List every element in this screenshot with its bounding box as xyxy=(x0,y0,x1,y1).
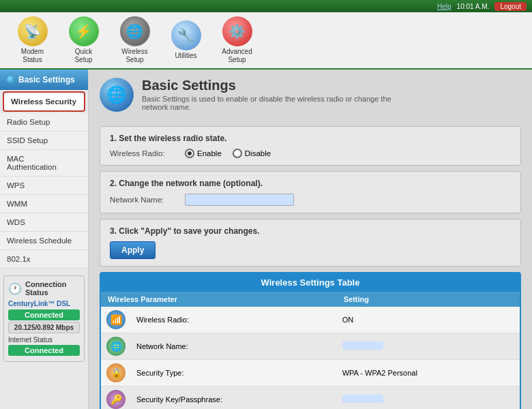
row3-setting: WPA - WPA2 Personal xyxy=(337,360,520,387)
nav-wireless-label: WirelessSetup xyxy=(121,48,147,64)
wireless-setup-icon: 🌐 xyxy=(120,16,150,46)
network-name-label: Network Name: xyxy=(110,196,178,204)
row1-setting: ON xyxy=(337,307,520,333)
section-radio-state: 1. Set the wireless radio state. Wireles… xyxy=(100,126,521,166)
advanced-setup-icon: ⚙️ xyxy=(222,16,252,46)
section1-title: 1. Set the wireless radio state. xyxy=(110,134,511,143)
row1-icon-cell: 📶 xyxy=(101,307,131,333)
row2-param: Network Name: xyxy=(131,333,337,360)
quick-setup-icon: ⚡ xyxy=(69,16,99,46)
apply-button[interactable]: Apply xyxy=(110,241,156,259)
sidebar-item-mac-auth[interactable]: MACAuthentication xyxy=(0,150,88,177)
nav-modem-label: ModemStatus xyxy=(21,48,44,64)
settings-table: Wireless Parameter Setting 📶 Wireless Ra… xyxy=(101,292,520,409)
nav-modem-status[interactable]: 📡 ModemStatus xyxy=(14,16,51,64)
section-network-name: 2. Change the network name (optional). N… xyxy=(100,171,521,213)
top-bar: Help 10:01 A.M. Logout xyxy=(0,0,532,12)
connected-badge: Connected xyxy=(8,309,80,320)
sidebar-item-wps[interactable]: WPS xyxy=(0,177,88,195)
enable-option[interactable]: Enable xyxy=(185,149,222,158)
network-icon: 🌐 xyxy=(106,337,125,356)
sidebar-item-radio-setup[interactable]: Radio Setup xyxy=(0,113,88,132)
security-icon: 🔒 xyxy=(106,363,125,382)
speedometer-icon: 🕐 xyxy=(8,282,22,295)
settings-table-title: Wireless Settings Table xyxy=(101,273,520,292)
internet-connected-badge: Connected xyxy=(8,345,80,356)
row3-param: Security Type: xyxy=(131,360,337,387)
content-area: 🌐 Basic Settings Basic Settings is used … xyxy=(89,70,532,409)
connection-brand: CenturyLink™ DSL xyxy=(8,300,80,307)
section2-title: 2. Change the network name (optional). xyxy=(110,179,511,188)
internet-status-label: Internet Status xyxy=(8,336,80,344)
enable-label: Enable xyxy=(197,149,222,157)
row2-icon-cell: 🌐 xyxy=(101,333,131,360)
sidebar-item-8021x[interactable]: 802.1x xyxy=(0,250,88,269)
wireless-settings-table-wrapper: Wireless Settings Table Wireless Paramet… xyxy=(100,272,521,409)
utilities-icon: 🔧 xyxy=(171,20,201,50)
nav-bar: 📡 ModemStatus ⚡ QuickSetup 🌐 WirelessSet… xyxy=(0,12,532,70)
col-param-header: Wireless Parameter xyxy=(101,292,337,307)
table-row: 🔑 Security Key/Passphrase: xyxy=(101,387,520,410)
sidebar-item-wds[interactable]: WDS xyxy=(0,213,88,232)
row3-icon-cell: 🔒 xyxy=(101,360,131,387)
row2-setting xyxy=(337,333,520,360)
logout-button[interactable]: Logout xyxy=(494,2,527,11)
wireless-radio-label: Wireless Radio: xyxy=(110,149,178,157)
radio-state-row: Wireless Radio: Enable Disable xyxy=(110,149,511,158)
sidebar-header-label: Basic Settings xyxy=(18,75,75,85)
disable-option[interactable]: Disable xyxy=(233,149,271,158)
col-setting-header: Setting xyxy=(337,292,520,307)
nav-utilities-label: Utilities xyxy=(175,52,196,60)
sidebar-item-wmm[interactable]: WMM xyxy=(0,195,88,213)
wifi-icon: 📶 xyxy=(106,310,125,329)
table-row: 📶 Wireless Radio: ON xyxy=(101,307,520,333)
sidebar: Basic Settings Wireless Security Radio S… xyxy=(0,70,89,409)
row4-icon-cell: 🔑 xyxy=(101,387,131,410)
section-apply: 3. Click "Apply" to save your changes. A… xyxy=(100,219,521,267)
sidebar-item-wireless-schedule[interactable]: Wireless Schedule xyxy=(0,232,88,250)
nav-quick-setup[interactable]: ⚡ QuickSetup xyxy=(65,16,102,64)
disable-radio[interactable] xyxy=(233,149,242,158)
modem-status-icon: 📡 xyxy=(18,16,48,46)
connection-status-header: 🕐 Connection Status xyxy=(8,280,80,297)
sidebar-header: Basic Settings xyxy=(0,70,88,90)
speed-display: 20.125/0.892 Mbps xyxy=(8,322,80,333)
disable-label: Disable xyxy=(245,149,271,157)
network-name-row: Network Name: xyxy=(110,194,511,206)
sidebar-header-dot xyxy=(7,76,15,84)
key-icon: 🔑 xyxy=(106,390,125,409)
radio-group: Enable Disable xyxy=(185,149,271,158)
page-description: Basic Settings is used to enable or disa… xyxy=(142,95,415,111)
nav-advanced-label: AdvancedSetup xyxy=(222,48,252,64)
nav-advanced-setup[interactable]: ⚙️ AdvancedSetup xyxy=(218,16,256,64)
network-name-input[interactable] xyxy=(185,194,294,206)
table-row: 🌐 Network Name: xyxy=(101,333,520,360)
connection-status-panel: 🕐 Connection Status CenturyLink™ DSL Con… xyxy=(3,275,85,362)
section3-title: 3. Click "Apply" to save your changes. xyxy=(110,226,511,236)
page-title: Basic Settings xyxy=(142,78,415,93)
enable-radio[interactable] xyxy=(185,149,194,158)
nav-wireless-setup[interactable]: 🌐 WirelessSetup xyxy=(116,16,153,64)
sidebar-item-ssid-setup[interactable]: SSID Setup xyxy=(0,132,88,150)
row1-param: Wireless Radio: xyxy=(131,307,337,333)
help-link[interactable]: Help xyxy=(437,3,452,10)
row4-setting xyxy=(337,387,520,410)
connection-status-title: Connection Status xyxy=(25,280,80,297)
row4-param: Security Key/Passphrase: xyxy=(131,387,337,410)
nav-quick-label: QuickSetup xyxy=(74,48,92,64)
page-header-icon: 🌐 xyxy=(100,78,134,112)
sidebar-item-wireless-security[interactable]: Wireless Security xyxy=(3,91,85,112)
table-row: 🔒 Security Type: WPA - WPA2 Personal xyxy=(101,360,520,387)
nav-utilities[interactable]: 🔧 Utilities xyxy=(167,20,205,60)
clock: 10:01 A.M. xyxy=(457,3,490,10)
main-layout: Basic Settings Wireless Security Radio S… xyxy=(0,70,532,409)
